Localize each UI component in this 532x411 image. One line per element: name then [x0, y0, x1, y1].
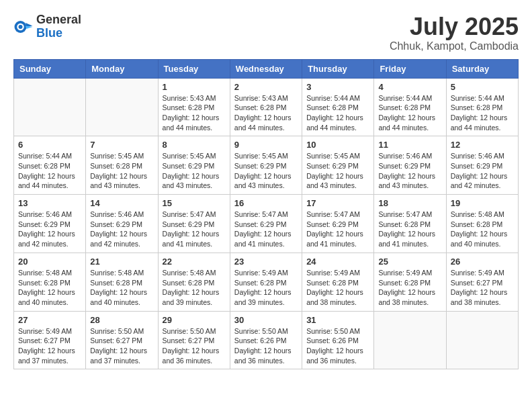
title-section: July 2025 Chhuk, Kampot, Cambodia: [390, 13, 519, 52]
calendar-day-cell: 14Sunrise: 5:46 AMSunset: 6:29 PMDayligh…: [86, 195, 158, 253]
day-number: 6: [18, 140, 81, 150]
day-info: Sunrise: 5:49 AMSunset: 6:27 PMDaylight:…: [451, 268, 514, 308]
calendar-week-row: 13Sunrise: 5:46 AMSunset: 6:29 PMDayligh…: [14, 195, 519, 253]
calendar-day-cell: 12Sunrise: 5:46 AMSunset: 6:29 PMDayligh…: [446, 136, 518, 195]
calendar-day-cell: 28Sunrise: 5:50 AMSunset: 6:27 PMDayligh…: [86, 311, 158, 369]
calendar-day-cell: 19Sunrise: 5:48 AMSunset: 6:28 PMDayligh…: [446, 195, 518, 253]
calendar-day-cell: 1Sunrise: 5:43 AMSunset: 6:28 PMDaylight…: [158, 78, 230, 136]
day-info: Sunrise: 5:43 AMSunset: 6:28 PMDaylight:…: [163, 93, 226, 133]
day-info: Sunrise: 5:50 AMSunset: 6:27 PMDaylight:…: [90, 326, 153, 366]
day-number: 9: [234, 140, 298, 150]
calendar-day-cell: 15Sunrise: 5:47 AMSunset: 6:29 PMDayligh…: [158, 195, 230, 253]
day-info: Sunrise: 5:49 AMSunset: 6:28 PMDaylight:…: [306, 268, 369, 308]
day-info: Sunrise: 5:46 AMSunset: 6:29 PMDaylight:…: [90, 210, 153, 249]
calendar-day-cell: 27Sunrise: 5:49 AMSunset: 6:27 PMDayligh…: [14, 311, 86, 369]
day-number: 30: [234, 315, 298, 325]
calendar-week-row: 1Sunrise: 5:43 AMSunset: 6:28 PMDaylight…: [14, 78, 519, 136]
day-number: 23: [234, 257, 298, 267]
calendar-day-cell: 24Sunrise: 5:49 AMSunset: 6:28 PMDayligh…: [302, 253, 374, 311]
day-number: 2: [234, 82, 298, 92]
day-number: 22: [163, 257, 226, 267]
weekday-header: Wednesday: [230, 59, 302, 78]
weekday-header: Tuesday: [158, 59, 230, 78]
logo-blue: Blue: [36, 27, 81, 40]
calendar-day-cell: [446, 311, 518, 369]
calendar-day-cell: 9Sunrise: 5:45 AMSunset: 6:29 PMDaylight…: [230, 136, 302, 195]
weekday-header: Saturday: [446, 59, 518, 78]
day-number: 21: [90, 257, 153, 267]
day-number: 26: [451, 257, 514, 267]
calendar-day-cell: 11Sunrise: 5:46 AMSunset: 6:29 PMDayligh…: [374, 136, 446, 195]
day-info: Sunrise: 5:50 AMSunset: 6:27 PMDaylight:…: [163, 326, 226, 366]
day-info: Sunrise: 5:47 AMSunset: 6:29 PMDaylight:…: [163, 210, 226, 249]
day-number: 31: [306, 315, 369, 325]
calendar-day-cell: 30Sunrise: 5:50 AMSunset: 6:26 PMDayligh…: [230, 311, 302, 369]
day-info: Sunrise: 5:48 AMSunset: 6:28 PMDaylight:…: [163, 268, 226, 308]
day-number: 18: [378, 198, 441, 208]
day-info: Sunrise: 5:47 AMSunset: 6:29 PMDaylight:…: [234, 210, 298, 249]
calendar-day-cell: 25Sunrise: 5:49 AMSunset: 6:28 PMDayligh…: [374, 253, 446, 311]
location-subtitle: Chhuk, Kampot, Cambodia: [390, 40, 519, 52]
calendar-day-cell: 20Sunrise: 5:48 AMSunset: 6:28 PMDayligh…: [14, 253, 86, 311]
calendar-week-row: 20Sunrise: 5:48 AMSunset: 6:28 PMDayligh…: [14, 253, 519, 311]
day-info: Sunrise: 5:49 AMSunset: 6:28 PMDaylight:…: [378, 268, 441, 308]
day-number: 7: [90, 140, 153, 150]
day-number: 29: [163, 315, 226, 325]
calendar-day-cell: 21Sunrise: 5:48 AMSunset: 6:28 PMDayligh…: [86, 253, 158, 311]
day-info: Sunrise: 5:50 AMSunset: 6:26 PMDaylight:…: [234, 326, 298, 366]
day-number: 5: [451, 82, 514, 92]
day-number: 17: [306, 198, 369, 208]
calendar-day-cell: [14, 78, 86, 136]
calendar-day-cell: 2Sunrise: 5:43 AMSunset: 6:28 PMDaylight…: [230, 78, 302, 136]
day-info: Sunrise: 5:46 AMSunset: 6:29 PMDaylight:…: [18, 210, 81, 249]
day-info: Sunrise: 5:48 AMSunset: 6:28 PMDaylight:…: [90, 268, 153, 308]
day-info: Sunrise: 5:50 AMSunset: 6:26 PMDaylight:…: [306, 326, 369, 366]
day-info: Sunrise: 5:43 AMSunset: 6:28 PMDaylight:…: [234, 93, 298, 133]
calendar-day-cell: 16Sunrise: 5:47 AMSunset: 6:29 PMDayligh…: [230, 195, 302, 253]
day-number: 11: [378, 140, 441, 150]
day-info: Sunrise: 5:48 AMSunset: 6:28 PMDaylight:…: [451, 210, 514, 249]
calendar-day-cell: 13Sunrise: 5:46 AMSunset: 6:29 PMDayligh…: [14, 195, 86, 253]
calendar-day-cell: 3Sunrise: 5:44 AMSunset: 6:28 PMDaylight…: [302, 78, 374, 136]
day-number: 27: [18, 315, 81, 325]
day-number: 20: [18, 257, 81, 267]
calendar-day-cell: 5Sunrise: 5:44 AMSunset: 6:28 PMDaylight…: [446, 78, 518, 136]
calendar-day-cell: 4Sunrise: 5:44 AMSunset: 6:28 PMDaylight…: [374, 78, 446, 136]
calendar-day-cell: 31Sunrise: 5:50 AMSunset: 6:26 PMDayligh…: [302, 311, 374, 369]
day-number: 28: [90, 315, 153, 325]
day-info: Sunrise: 5:46 AMSunset: 6:29 PMDaylight:…: [378, 151, 441, 191]
weekday-header: Monday: [86, 59, 158, 78]
day-info: Sunrise: 5:47 AMSunset: 6:29 PMDaylight:…: [306, 210, 369, 249]
day-info: Sunrise: 5:46 AMSunset: 6:29 PMDaylight:…: [451, 151, 514, 191]
page-header: General Blue July 2025 Chhuk, Kampot, Ca…: [13, 13, 519, 52]
day-number: 10: [306, 140, 369, 150]
weekday-header: Sunday: [14, 59, 86, 78]
calendar-week-row: 27Sunrise: 5:49 AMSunset: 6:27 PMDayligh…: [14, 311, 519, 369]
day-number: 13: [18, 198, 81, 208]
logo-text: General Blue: [36, 13, 81, 40]
day-number: 4: [378, 82, 441, 92]
calendar-day-cell: 29Sunrise: 5:50 AMSunset: 6:27 PMDayligh…: [158, 311, 230, 369]
calendar-day-cell: 10Sunrise: 5:45 AMSunset: 6:29 PMDayligh…: [302, 136, 374, 195]
day-number: 16: [234, 198, 298, 208]
calendar-week-row: 6Sunrise: 5:44 AMSunset: 6:28 PMDaylight…: [14, 136, 519, 195]
day-info: Sunrise: 5:44 AMSunset: 6:28 PMDaylight:…: [18, 151, 81, 191]
day-number: 25: [378, 257, 441, 267]
day-number: 1: [163, 82, 226, 92]
calendar-day-cell: 6Sunrise: 5:44 AMSunset: 6:28 PMDaylight…: [14, 136, 86, 195]
svg-point-2: [19, 25, 23, 29]
weekday-header: Thursday: [302, 59, 374, 78]
calendar-day-cell: 26Sunrise: 5:49 AMSunset: 6:27 PMDayligh…: [446, 253, 518, 311]
calendar-day-cell: 18Sunrise: 5:47 AMSunset: 6:28 PMDayligh…: [374, 195, 446, 253]
day-info: Sunrise: 5:49 AMSunset: 6:27 PMDaylight:…: [18, 326, 81, 366]
day-info: Sunrise: 5:44 AMSunset: 6:28 PMDaylight:…: [306, 93, 369, 133]
day-info: Sunrise: 5:47 AMSunset: 6:28 PMDaylight:…: [378, 210, 441, 249]
calendar-table: SundayMondayTuesdayWednesdayThursdayFrid…: [13, 59, 519, 370]
calendar-day-cell: 17Sunrise: 5:47 AMSunset: 6:29 PMDayligh…: [302, 195, 374, 253]
logo: General Blue: [13, 13, 81, 40]
calendar-day-cell: 8Sunrise: 5:45 AMSunset: 6:29 PMDaylight…: [158, 136, 230, 195]
day-number: 3: [306, 82, 369, 92]
day-info: Sunrise: 5:45 AMSunset: 6:28 PMDaylight:…: [90, 151, 153, 191]
day-info: Sunrise: 5:49 AMSunset: 6:28 PMDaylight:…: [234, 268, 298, 308]
calendar-day-cell: 22Sunrise: 5:48 AMSunset: 6:28 PMDayligh…: [158, 253, 230, 311]
